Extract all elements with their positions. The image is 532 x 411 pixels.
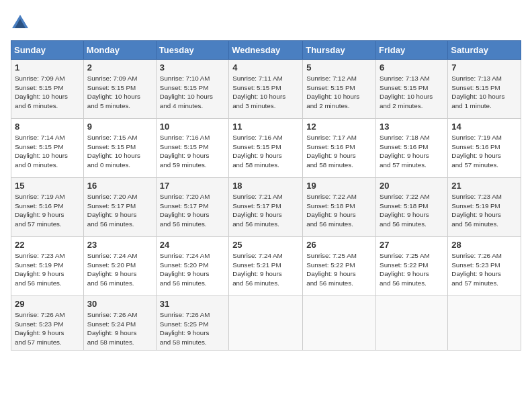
logo <box>11 13 31 32</box>
calendar-cell: 30Sunrise: 7:26 AMSunset: 5:24 PMDayligh… <box>83 296 156 351</box>
calendar-cell: 12Sunrise: 7:17 AMSunset: 5:16 PMDayligh… <box>303 119 376 178</box>
day-number: 1 <box>15 62 80 73</box>
day-info: Sunrise: 7:24 AMSunset: 5:20 PMDaylight:… <box>160 251 225 288</box>
day-number: 28 <box>451 240 517 250</box>
day-info: Sunrise: 7:26 AMSunset: 5:23 PMDaylight:… <box>15 310 80 347</box>
day-info: Sunrise: 7:14 AMSunset: 5:15 PMDaylight:… <box>15 133 80 170</box>
day-number: 9 <box>87 122 152 132</box>
day-number: 3 <box>160 62 225 73</box>
day-info: Sunrise: 7:16 AMSunset: 5:15 PMDaylight:… <box>232 133 299 170</box>
calendar-week-row: 1Sunrise: 7:09 AMSunset: 5:15 PMDaylight… <box>11 60 521 119</box>
calendar-cell: 7Sunrise: 7:13 AMSunset: 5:15 PMDaylight… <box>448 60 521 119</box>
day-info: Sunrise: 7:18 AMSunset: 5:16 PMDaylight:… <box>380 133 444 170</box>
day-number: 24 <box>160 240 225 250</box>
calendar-cell: 21Sunrise: 7:23 AMSunset: 5:19 PMDayligh… <box>448 178 521 237</box>
day-info: Sunrise: 7:10 AMSunset: 5:15 PMDaylight:… <box>160 74 225 111</box>
calendar-week-row: 22Sunrise: 7:23 AMSunset: 5:19 PMDayligh… <box>11 237 521 296</box>
calendar-cell: 28Sunrise: 7:26 AMSunset: 5:23 PMDayligh… <box>448 237 521 296</box>
day-info: Sunrise: 7:26 AMSunset: 5:23 PMDaylight:… <box>451 251 517 288</box>
day-number: 15 <box>15 181 80 191</box>
day-number: 13 <box>380 122 444 132</box>
day-number: 18 <box>232 181 299 191</box>
day-info: Sunrise: 7:25 AMSunset: 5:22 PMDaylight:… <box>306 251 372 288</box>
day-number: 10 <box>160 122 225 132</box>
calendar-cell <box>376 296 448 351</box>
calendar-cell: 19Sunrise: 7:22 AMSunset: 5:18 PMDayligh… <box>303 178 376 237</box>
day-number: 14 <box>451 122 517 132</box>
day-number: 26 <box>306 240 372 250</box>
day-info: Sunrise: 7:19 AMSunset: 5:16 PMDaylight:… <box>15 192 80 229</box>
weekday-header-thursday: Thursday <box>303 41 376 60</box>
calendar-cell <box>448 296 521 351</box>
calendar-cell: 14Sunrise: 7:19 AMSunset: 5:16 PMDayligh… <box>448 119 521 178</box>
calendar-cell: 27Sunrise: 7:25 AMSunset: 5:22 PMDayligh… <box>376 237 448 296</box>
day-info: Sunrise: 7:21 AMSunset: 5:17 PMDaylight:… <box>232 192 299 229</box>
calendar-cell: 17Sunrise: 7:20 AMSunset: 5:17 PMDayligh… <box>156 178 228 237</box>
day-number: 19 <box>306 181 372 191</box>
calendar-cell: 31Sunrise: 7:26 AMSunset: 5:25 PMDayligh… <box>156 296 228 351</box>
calendar-cell: 20Sunrise: 7:22 AMSunset: 5:18 PMDayligh… <box>376 178 448 237</box>
day-number: 31 <box>160 299 225 309</box>
calendar-cell: 16Sunrise: 7:20 AMSunset: 5:17 PMDayligh… <box>83 178 156 237</box>
calendar-cell: 9Sunrise: 7:15 AMSunset: 5:15 PMDaylight… <box>83 119 156 178</box>
calendar-cell: 29Sunrise: 7:26 AMSunset: 5:23 PMDayligh… <box>11 296 84 351</box>
calendar-table: SundayMondayTuesdayWednesdayThursdayFrid… <box>11 40 521 351</box>
day-number: 5 <box>306 62 372 73</box>
calendar-cell: 6Sunrise: 7:13 AMSunset: 5:15 PMDaylight… <box>376 60 448 119</box>
calendar-cell: 18Sunrise: 7:21 AMSunset: 5:17 PMDayligh… <box>229 178 303 237</box>
day-info: Sunrise: 7:11 AMSunset: 5:15 PMDaylight:… <box>232 74 299 111</box>
day-number: 7 <box>451 62 517 73</box>
weekday-header-saturday: Saturday <box>448 41 521 60</box>
calendar-cell: 4Sunrise: 7:11 AMSunset: 5:15 PMDaylight… <box>229 60 303 119</box>
calendar-cell: 15Sunrise: 7:19 AMSunset: 5:16 PMDayligh… <box>11 178 84 237</box>
day-info: Sunrise: 7:09 AMSunset: 5:15 PMDaylight:… <box>87 74 152 111</box>
day-number: 30 <box>87 299 152 309</box>
calendar-week-row: 8Sunrise: 7:14 AMSunset: 5:15 PMDaylight… <box>11 119 521 178</box>
page-container: SundayMondayTuesdayWednesdayThursdayFrid… <box>0 0 532 356</box>
calendar-cell: 13Sunrise: 7:18 AMSunset: 5:16 PMDayligh… <box>376 119 448 178</box>
day-number: 2 <box>87 62 152 73</box>
day-number: 4 <box>232 62 299 73</box>
calendar-cell: 22Sunrise: 7:23 AMSunset: 5:19 PMDayligh… <box>11 237 84 296</box>
day-number: 20 <box>380 181 444 191</box>
calendar-cell: 3Sunrise: 7:10 AMSunset: 5:15 PMDaylight… <box>156 60 228 119</box>
calendar-week-row: 29Sunrise: 7:26 AMSunset: 5:23 PMDayligh… <box>11 296 521 351</box>
day-info: Sunrise: 7:26 AMSunset: 5:25 PMDaylight:… <box>160 310 225 347</box>
calendar-cell: 10Sunrise: 7:16 AMSunset: 5:15 PMDayligh… <box>156 119 228 178</box>
day-number: 29 <box>15 299 80 309</box>
day-info: Sunrise: 7:24 AMSunset: 5:20 PMDaylight:… <box>87 251 152 288</box>
calendar-cell: 2Sunrise: 7:09 AMSunset: 5:15 PMDaylight… <box>83 60 156 119</box>
day-number: 23 <box>87 240 152 250</box>
day-info: Sunrise: 7:24 AMSunset: 5:21 PMDaylight:… <box>232 251 299 288</box>
day-number: 21 <box>451 181 517 191</box>
day-number: 22 <box>15 240 80 250</box>
calendar-header-row: SundayMondayTuesdayWednesdayThursdayFrid… <box>11 41 521 60</box>
calendar-cell <box>303 296 376 351</box>
day-info: Sunrise: 7:26 AMSunset: 5:24 PMDaylight:… <box>87 310 152 347</box>
calendar-cell: 11Sunrise: 7:16 AMSunset: 5:15 PMDayligh… <box>229 119 303 178</box>
calendar-cell: 1Sunrise: 7:09 AMSunset: 5:15 PMDaylight… <box>11 60 84 119</box>
logo-icon <box>11 13 30 32</box>
day-number: 27 <box>380 240 444 250</box>
day-info: Sunrise: 7:16 AMSunset: 5:15 PMDaylight:… <box>160 133 225 170</box>
day-info: Sunrise: 7:20 AMSunset: 5:17 PMDaylight:… <box>160 192 225 229</box>
day-number: 17 <box>160 181 225 191</box>
day-info: Sunrise: 7:23 AMSunset: 5:19 PMDaylight:… <box>451 192 517 229</box>
day-number: 16 <box>87 181 152 191</box>
day-info: Sunrise: 7:20 AMSunset: 5:17 PMDaylight:… <box>87 192 152 229</box>
day-number: 25 <box>232 240 299 250</box>
day-info: Sunrise: 7:12 AMSunset: 5:15 PMDaylight:… <box>306 74 372 111</box>
calendar-week-row: 15Sunrise: 7:19 AMSunset: 5:16 PMDayligh… <box>11 178 521 237</box>
calendar-cell: 26Sunrise: 7:25 AMSunset: 5:22 PMDayligh… <box>303 237 376 296</box>
calendar-cell: 25Sunrise: 7:24 AMSunset: 5:21 PMDayligh… <box>229 237 303 296</box>
day-info: Sunrise: 7:13 AMSunset: 5:15 PMDaylight:… <box>380 74 444 111</box>
day-number: 12 <box>306 122 372 132</box>
day-info: Sunrise: 7:25 AMSunset: 5:22 PMDaylight:… <box>380 251 444 288</box>
day-info: Sunrise: 7:17 AMSunset: 5:16 PMDaylight:… <box>306 133 372 170</box>
day-number: 8 <box>15 122 80 132</box>
calendar-cell: 23Sunrise: 7:24 AMSunset: 5:20 PMDayligh… <box>83 237 156 296</box>
weekday-header-wednesday: Wednesday <box>229 41 303 60</box>
calendar-cell: 5Sunrise: 7:12 AMSunset: 5:15 PMDaylight… <box>303 60 376 119</box>
day-info: Sunrise: 7:19 AMSunset: 5:16 PMDaylight:… <box>451 133 517 170</box>
weekday-header-monday: Monday <box>83 41 156 60</box>
